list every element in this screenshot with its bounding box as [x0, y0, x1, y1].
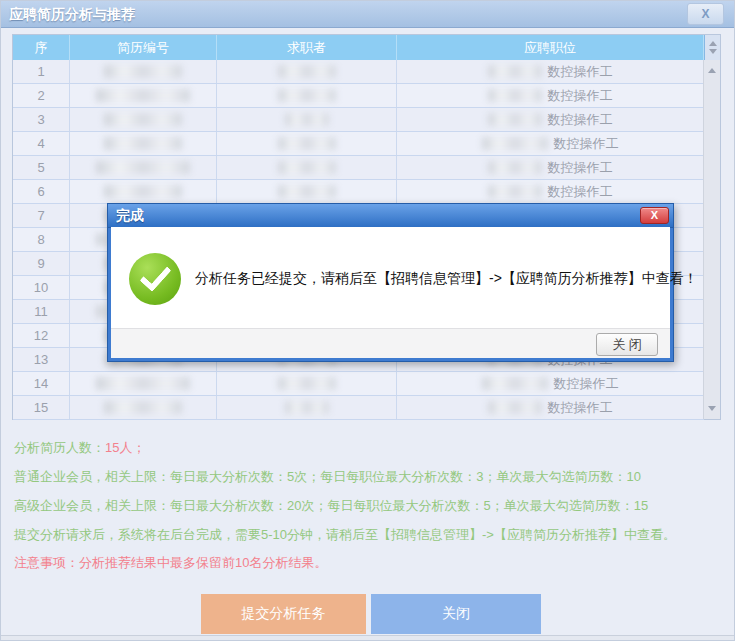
resume-id-cell — [70, 108, 217, 131]
dialog-message: 分析任务已经提交，请稍后至【招聘信息管理】->【应聘简历分析推荐】中查看！ — [195, 227, 698, 330]
redacted-blur — [96, 161, 190, 174]
row-index: 6 — [13, 180, 70, 203]
column-header-job-seeker[interactable]: 求职者 — [217, 35, 397, 60]
redacted-blur — [488, 401, 542, 414]
redacted-blur — [482, 377, 548, 390]
redacted-blur — [285, 401, 329, 414]
position-label: 数控操作工 — [554, 375, 619, 393]
redacted-blur — [104, 113, 182, 126]
applied-position-cell: 数控操作工 — [397, 180, 704, 203]
normal-member-limit-line: 普通企业会员，相关上限：每日最大分析次数：5次；每日每职位最大分析次数：3；单次… — [14, 468, 641, 486]
dialog-body: 分析任务已经提交，请稍后至【招聘信息管理】->【应聘简历分析推荐】中查看！ — [111, 227, 670, 330]
analysis-count-label: 分析简历人数： — [14, 440, 105, 455]
redacted-blur — [104, 401, 182, 414]
row-index: 1 — [13, 60, 70, 83]
applied-position-cell: 数控操作工 — [397, 372, 704, 395]
redacted-blur — [278, 185, 336, 198]
row-index: 11 — [13, 300, 70, 323]
column-header-resume-id[interactable]: 简历编号 — [70, 35, 217, 60]
row-index: 8 — [13, 228, 70, 251]
table-row[interactable]: 14 数控操作工 — [13, 372, 704, 396]
redacted-blur — [104, 137, 182, 150]
applied-position-cell: 数控操作工 — [397, 84, 704, 107]
position-label: 数控操作工 — [548, 159, 613, 177]
table-row[interactable]: 5 数控操作工 — [13, 156, 704, 180]
window-title: 应聘简历分析与推荐 — [9, 1, 135, 27]
table-scrollbar[interactable] — [703, 60, 720, 419]
redacted-blur — [96, 377, 190, 390]
row-index: 2 — [13, 84, 70, 107]
row-index: 4 — [13, 132, 70, 155]
dialog-close-button[interactable]: 关 闭 — [596, 333, 658, 356]
job-seeker-cell — [217, 108, 397, 131]
resume-id-cell — [70, 372, 217, 395]
job-seeker-cell — [217, 60, 397, 83]
column-header-position[interactable]: 应聘职位 — [397, 35, 704, 60]
row-index: 15 — [13, 396, 70, 419]
process-hint-line: 提交分析请求后，系统将在后台完成，需要5-10分钟，请稍后至【招聘信息管理】->… — [14, 526, 676, 544]
redacted-blur — [278, 161, 336, 174]
table-row[interactable]: 15 数控操作工 — [13, 396, 704, 420]
redacted-blur — [278, 377, 336, 390]
note-line: 注意事项：分析推荐结果中最多保留前10名分析结果。 — [14, 554, 327, 572]
redacted-blur — [482, 137, 548, 150]
redacted-blur — [488, 161, 542, 174]
row-index: 10 — [13, 276, 70, 299]
redacted-blur — [285, 113, 329, 126]
position-label: 数控操作工 — [554, 135, 619, 153]
dialog-titlebar: 完成 X — [108, 204, 673, 228]
job-seeker-cell — [217, 84, 397, 107]
window-bottom-edge — [1, 635, 735, 641]
job-seeker-cell — [217, 156, 397, 179]
table-row[interactable]: 4 数控操作工 — [13, 132, 704, 156]
senior-member-limit-line: 高级企业会员，相关上限：每日最大分析次数：20次；每日每职位最大分析次数：5；单… — [14, 497, 648, 515]
resume-analysis-window: { "window": { "title": "应聘简历分析与推荐", "clo… — [0, 0, 735, 641]
position-label: 数控操作工 — [548, 183, 613, 201]
column-header-index[interactable]: 序 — [13, 35, 70, 60]
job-seeker-cell — [217, 180, 397, 203]
redacted-blur — [488, 65, 542, 78]
close-window-button[interactable]: 关闭 — [371, 594, 541, 634]
spinner-up-icon[interactable] — [709, 41, 717, 46]
redacted-blur — [278, 89, 336, 102]
resume-id-cell — [70, 180, 217, 203]
dialog-title: 完成 — [116, 204, 144, 227]
applied-position-cell: 数控操作工 — [397, 156, 704, 179]
redacted-blur — [488, 113, 542, 126]
analysis-count-line: 分析简历人数：15人； — [14, 439, 145, 457]
applied-position-cell: 数控操作工 — [397, 396, 704, 419]
redacted-blur — [104, 185, 182, 198]
window-close-button[interactable]: X — [687, 3, 724, 25]
dialog-content: 分析任务已经提交，请稍后至【招聘信息管理】->【应聘简历分析推荐】中查看！ 关 … — [111, 227, 670, 358]
job-seeker-cell — [217, 372, 397, 395]
table-header: 序 简历编号 求职者 应聘职位 — [13, 35, 720, 61]
table-row[interactable]: 1 数控操作工 — [13, 60, 704, 84]
position-label: 数控操作工 — [548, 399, 613, 417]
resume-id-cell — [70, 132, 217, 155]
resume-id-cell — [70, 60, 217, 83]
resume-id-cell — [70, 156, 217, 179]
analysis-count-value: 15人； — [105, 440, 145, 455]
job-seeker-cell — [217, 396, 397, 419]
spinner-down-icon[interactable] — [709, 49, 717, 54]
row-index: 5 — [13, 156, 70, 179]
table-row[interactable]: 2 数控操作工 — [13, 84, 704, 108]
redacted-blur — [96, 89, 190, 102]
redacted-blur — [278, 65, 336, 78]
applied-position-cell: 数控操作工 — [397, 60, 704, 83]
resume-id-cell — [70, 84, 217, 107]
dialog-close-x-button[interactable]: X — [640, 207, 669, 224]
redacted-blur — [488, 89, 542, 102]
table-row[interactable]: 6 数控操作工 — [13, 180, 704, 204]
submit-analysis-button[interactable]: 提交分析任务 — [201, 594, 366, 634]
resume-id-cell — [70, 396, 217, 419]
table-row[interactable]: 3 数控操作工 — [13, 108, 704, 132]
redacted-blur — [278, 137, 336, 150]
success-check-icon — [129, 253, 181, 305]
position-label: 数控操作工 — [548, 111, 613, 129]
scrollbar-down-icon[interactable] — [708, 406, 716, 411]
header-scroll-spinner[interactable] — [704, 35, 720, 60]
window-titlebar: 应聘简历分析与推荐 X — [1, 1, 735, 28]
scrollbar-up-icon[interactable] — [708, 68, 716, 73]
row-index: 3 — [13, 108, 70, 131]
